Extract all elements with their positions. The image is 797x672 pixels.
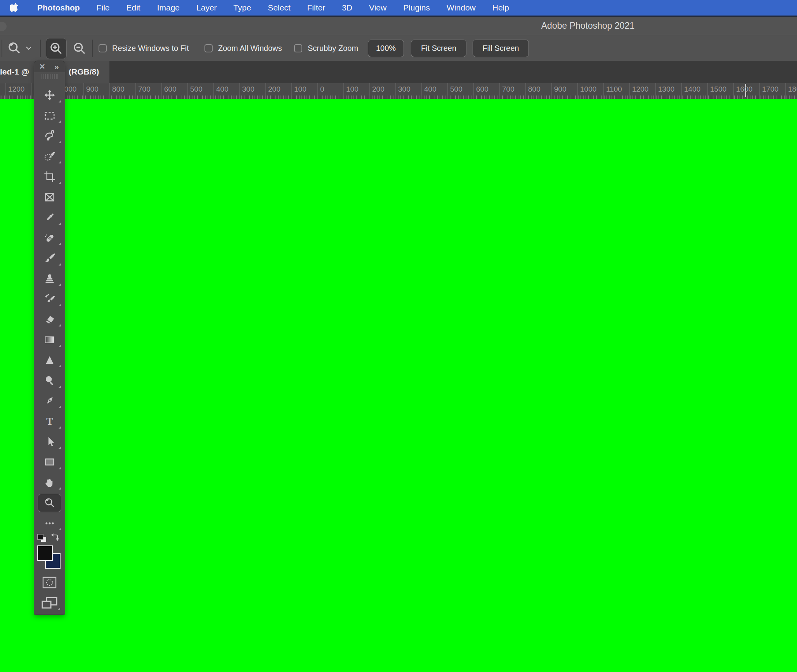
ruler-label: 900 [554,85,567,94]
collapse-panel-icon[interactable]: » [54,63,58,71]
checkbox-icon [294,44,302,52]
tools-panel-header[interactable]: ✕ » [34,61,65,72]
fit-screen-button[interactable]: Fit Screen [411,40,466,57]
clone-stamp-tool[interactable] [34,269,65,289]
menu-item[interactable]: Help [492,3,509,12]
zoom-all-windows-checkbox[interactable]: Zoom All Windows [204,35,282,61]
crop-tool[interactable] [34,167,65,187]
ruler-label: 700 [502,85,515,94]
ruler-tick [135,83,136,99]
flyout-indicator [59,283,61,286]
dodge-tool[interactable] [34,370,65,391]
ruler-label: 500 [190,85,203,94]
flyout-indicator [59,222,61,225]
menu-item[interactable]: Window [447,3,476,12]
flyout-indicator [59,242,61,245]
magnetic-lasso-icon [44,130,55,142]
menu-item[interactable]: 3D [342,3,352,12]
document-tab-mode: (RGB/8) [69,61,99,83]
zoom-100-button[interactable]: 100% [368,40,404,57]
zoom-tool[interactable] [34,493,65,513]
default-colors-icon[interactable] [37,534,47,543]
apple-logo-icon [10,3,19,13]
marquee-icon [44,110,55,122]
menu-bar: PhotoshopFileEditImageLayerTypeSelectFil… [0,0,797,17]
flyout-indicator [59,141,61,143]
magnetic-lasso-tool[interactable] [34,126,65,146]
scrubby-zoom-checkbox[interactable]: Scrubby Zoom [294,35,358,61]
spot-healing-icon [44,232,55,244]
flyout-indicator [59,120,61,123]
move-icon [44,89,55,101]
ruler-label: 1400 [684,85,700,94]
blur-tool[interactable] [34,350,65,371]
ruler-tick [447,83,448,99]
svg-text:T: T [46,416,53,427]
zoom-out-icon [72,41,87,56]
ruler-tick [109,83,110,99]
ruler-label: 800 [528,85,541,94]
zoom-icon [44,497,55,509]
document-canvas[interactable] [0,99,797,672]
type-tool[interactable]: T [34,411,65,432]
rectangle-tool[interactable] [34,452,65,472]
checkbox-icon [204,44,213,52]
swap-colors-icon[interactable] [50,533,60,542]
menu-item[interactable]: Photoshop [37,3,80,12]
checkbox-icon [99,44,107,52]
menu-item[interactable]: Plugins [403,3,430,12]
ruler-label: 300 [242,85,255,94]
apple-logo-icon[interactable] [10,3,19,13]
ruler-label: 100 [294,85,307,94]
rectangle-icon [44,456,55,468]
eyedropper-tool[interactable] [34,207,65,228]
separator [2,40,2,57]
menu-item[interactable]: Edit [126,3,140,12]
menu-item[interactable]: Layer [196,3,217,12]
close-icon[interactable]: ✕ [39,63,45,70]
history-brush-tool[interactable] [34,289,65,309]
ruler-label: 600 [164,85,177,94]
foreground-color-swatch[interactable] [37,545,53,561]
panel-grip[interactable] [42,74,58,79]
quick-selection-tool[interactable] [34,146,65,167]
document-tab-bar: tled-1 @ (RGB/8) [0,61,797,83]
brush-tool[interactable] [34,248,65,269]
tool-preset-picker[interactable] [7,41,32,56]
pen-tool[interactable] [34,391,65,412]
ruler-label: 1300 [658,85,674,94]
move-tool[interactable] [34,85,65,106]
menu-item[interactable]: Image [157,3,180,12]
quick-selection-icon [44,151,55,162]
flyout-indicator [59,365,61,367]
ruler-tick [473,83,474,99]
edit-toolbar-button[interactable] [34,513,65,534]
flyout-indicator [59,467,61,469]
path-selection-tool[interactable] [34,432,65,452]
menu-item[interactable]: View [369,3,386,12]
hand-tool[interactable] [34,472,65,493]
ruler-label: 1000 [580,85,596,94]
flyout-indicator [59,324,61,326]
ruler-label: 900 [86,85,99,94]
ruler-tick [785,83,786,99]
frame-tool[interactable] [34,187,65,208]
eraser-tool[interactable] [34,309,65,330]
window-control-dot[interactable] [0,22,7,31]
rectangular-marquee-tool[interactable] [34,106,65,126]
menu-item[interactable]: Type [234,3,251,12]
menu-item[interactable]: File [97,3,110,12]
ruler-tick [239,83,240,99]
horizontal-ruler[interactable]: 1300120011001000900800700600500400300200… [0,83,797,99]
zoom-in-button[interactable] [46,38,67,59]
menu-item[interactable]: Filter [307,3,326,12]
zoom-out-button[interactable] [72,41,87,56]
quick-mask-mode-button[interactable] [42,576,57,589]
resize-windows-checkbox[interactable]: Resize Windows to Fit [99,35,189,61]
screen-mode-button[interactable] [42,597,57,609]
spot-healing-brush-tool[interactable] [34,228,65,248]
fill-screen-button[interactable]: Fill Screen [473,40,529,57]
menu-item[interactable]: Select [268,3,290,12]
flyout-indicator [59,446,61,449]
gradient-tool[interactable] [34,330,65,350]
